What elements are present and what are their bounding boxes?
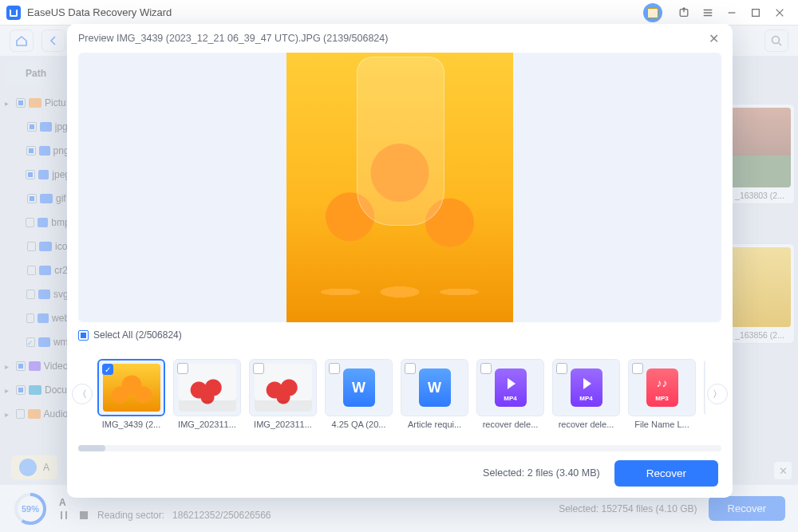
thumbnail[interactable]: IMG_202311... bbox=[249, 359, 317, 429]
file-type-icon bbox=[495, 368, 527, 407]
window-minimize-icon[interactable] bbox=[721, 2, 742, 23]
thumb-caption: IMG_202311... bbox=[249, 420, 317, 429]
thumbnail[interactable]: Article requi... bbox=[401, 359, 468, 429]
thumb-checkbox[interactable] bbox=[177, 363, 188, 374]
menu-icon[interactable] bbox=[697, 2, 718, 23]
window-maximize-icon[interactable] bbox=[745, 2, 766, 23]
thumb-caption: File Name L... bbox=[628, 420, 696, 429]
selected-summary: Selected: 2 files (3.40 MB) bbox=[483, 467, 600, 479]
recover-button[interactable]: Recover bbox=[614, 460, 718, 487]
thumb-caption: recover dele... bbox=[476, 420, 544, 429]
svg-rect-1 bbox=[753, 9, 760, 16]
file-type-icon bbox=[343, 368, 375, 407]
thumb-caption: Article requi... bbox=[401, 420, 468, 429]
thumbnail[interactable]: File Name L... bbox=[704, 359, 705, 429]
file-type-icon bbox=[419, 368, 451, 407]
thumb-caption: recover dele... bbox=[552, 420, 620, 429]
thumbs-prev-button[interactable]: 〈 bbox=[72, 384, 93, 404]
thumb-caption: IMG_202311... bbox=[173, 420, 241, 429]
select-all-row[interactable]: Select All (2/506824) bbox=[67, 322, 733, 343]
app-logo-icon bbox=[6, 6, 21, 20]
thumbnail[interactable]: 4.25 QA (20... bbox=[325, 359, 393, 429]
preview-image bbox=[286, 53, 513, 322]
thumbs-scrollbar[interactable] bbox=[78, 445, 721, 451]
shop-icon[interactable] bbox=[643, 3, 662, 22]
thumb-checkbox[interactable] bbox=[329, 363, 340, 374]
close-icon[interactable]: ✕ bbox=[705, 30, 721, 46]
file-type-icon bbox=[646, 368, 678, 407]
preview-area bbox=[78, 53, 721, 322]
select-all-label: Select All (2/506824) bbox=[93, 329, 182, 341]
thumb-checkbox[interactable] bbox=[632, 363, 643, 374]
thumbnail[interactable]: IMG_202311... bbox=[173, 359, 241, 429]
thumb-checkbox[interactable] bbox=[102, 364, 113, 375]
thumbnail[interactable]: recover dele... bbox=[476, 359, 544, 429]
preview-modal: Preview IMG_3439 (2023_12_21 06_39_47 UT… bbox=[67, 24, 733, 498]
thumbs-next-button[interactable]: 〉 bbox=[707, 384, 728, 404]
thumb-checkbox[interactable] bbox=[253, 363, 264, 374]
share-icon[interactable] bbox=[674, 2, 694, 23]
thumbnail[interactable]: File Name L... bbox=[628, 359, 696, 429]
file-type-icon bbox=[571, 368, 602, 407]
thumb-caption: 4.25 QA (20... bbox=[325, 420, 393, 429]
thumb-checkbox[interactable] bbox=[480, 363, 492, 374]
thumbnail[interactable]: recover dele... bbox=[552, 359, 620, 429]
select-all-checkbox[interactable] bbox=[78, 330, 89, 341]
thumb-checkbox[interactable] bbox=[556, 363, 567, 374]
thumbnail[interactable]: IMG_3439 (2... bbox=[97, 359, 165, 429]
thumb-caption: File Name L... bbox=[704, 420, 705, 429]
thumb-caption: IMG_3439 (2... bbox=[97, 420, 165, 429]
title-bar: EaseUS Data Recovery Wizard bbox=[0, 0, 798, 26]
window-close-icon[interactable] bbox=[769, 2, 790, 23]
app-title: EaseUS Data Recovery Wizard bbox=[27, 6, 643, 18]
thumb-checkbox[interactable] bbox=[405, 363, 416, 374]
modal-title: Preview IMG_3439 (2023_12_21 06_39_47 UT… bbox=[78, 33, 705, 44]
